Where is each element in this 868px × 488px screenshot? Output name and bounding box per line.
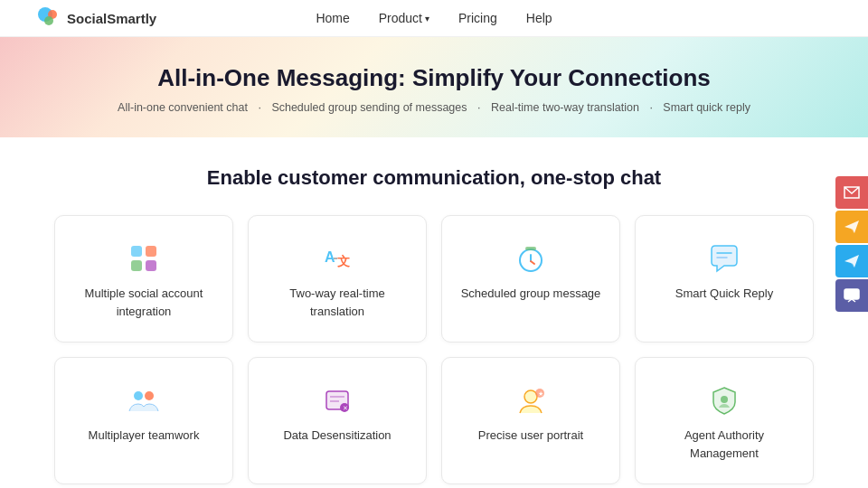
team-icon bbox=[127, 383, 161, 418]
svg-point-17 bbox=[145, 391, 154, 400]
card-label: Multiplayer teamwork bbox=[89, 427, 200, 445]
float-telegram-blue-button[interactable] bbox=[835, 245, 868, 277]
svg-rect-4 bbox=[146, 246, 156, 257]
features-section: Enable customer communication, one-stop … bbox=[0, 137, 868, 488]
nav-product[interactable]: Product ▾ bbox=[379, 11, 429, 25]
card-user-portrait[interactable]: ★ Precise user portrait bbox=[441, 357, 620, 484]
logo-text: SocialSmartly bbox=[67, 11, 156, 26]
card-social-account[interactable]: Multiple social account integration bbox=[54, 215, 233, 343]
card-label: Data Desensitization bbox=[283, 427, 391, 445]
card-label: Agent Authority Management bbox=[650, 427, 798, 462]
card-label: Smart Quick Reply bbox=[675, 285, 773, 303]
authority-icon bbox=[707, 383, 741, 418]
reply-icon bbox=[707, 241, 741, 276]
nav-help[interactable]: Help bbox=[526, 11, 552, 25]
logo[interactable]: SocialSmartly bbox=[36, 5, 156, 31]
grid-icon bbox=[127, 241, 161, 276]
svg-rect-5 bbox=[131, 260, 142, 271]
svg-point-26 bbox=[721, 396, 728, 403]
svg-text:★: ★ bbox=[538, 390, 543, 397]
portrait-icon: ★ bbox=[514, 383, 548, 418]
float-email-button[interactable] bbox=[835, 176, 868, 209]
svg-rect-6 bbox=[146, 260, 156, 271]
floating-buttons bbox=[835, 176, 868, 312]
card-label: Multiple social account integration bbox=[70, 285, 218, 320]
svg-line-12 bbox=[531, 261, 534, 264]
card-scheduled-message[interactable]: Scheduled group message bbox=[441, 215, 620, 343]
svg-point-2 bbox=[44, 16, 53, 25]
card-quick-reply[interactable]: Smart Quick Reply bbox=[635, 215, 814, 343]
svg-rect-27 bbox=[844, 289, 859, 299]
hero-subtitle: All-in-one convenient chat · Scheduled g… bbox=[18, 101, 850, 114]
card-authority[interactable]: Agent Authority Management bbox=[635, 357, 814, 484]
card-label: Precise user portrait bbox=[478, 427, 583, 445]
svg-point-16 bbox=[134, 391, 143, 400]
nav-home[interactable]: Home bbox=[316, 11, 349, 25]
float-telegram-gold-button[interactable] bbox=[835, 211, 868, 243]
hero-title: All-in-One Messaging: Simplify Your Conn… bbox=[18, 64, 850, 92]
svg-text:A: A bbox=[325, 249, 335, 265]
data-icon: ✕ bbox=[320, 383, 354, 418]
chevron-down-icon: ▾ bbox=[425, 14, 429, 23]
svg-text:✕: ✕ bbox=[343, 405, 348, 411]
card-teamwork[interactable]: Multiplayer teamwork bbox=[54, 357, 233, 484]
hero-banner: All-in-One Messaging: Simplify Your Conn… bbox=[0, 37, 868, 137]
nav-links: Home Product ▾ Pricing Help bbox=[316, 11, 552, 25]
float-message-button[interactable] bbox=[835, 279, 868, 312]
svg-point-23 bbox=[524, 390, 537, 403]
section-title: Enable customer communication, one-stop … bbox=[54, 166, 814, 190]
card-desensitization[interactable]: ✕ Data Desensitization bbox=[248, 357, 427, 484]
nav-pricing[interactable]: Pricing bbox=[458, 11, 497, 25]
cards-row-2: Multiplayer teamwork ✕ Data Desensitizat… bbox=[54, 357, 814, 484]
schedule-icon bbox=[514, 241, 548, 276]
card-label: Two-way real-time translation bbox=[263, 285, 411, 320]
card-translation[interactable]: A 文 Two-way real-time translation bbox=[248, 215, 427, 343]
cards-row-1: Multiple social account integration A 文 … bbox=[54, 215, 814, 343]
card-label: Scheduled group message bbox=[461, 285, 601, 303]
svg-rect-3 bbox=[131, 246, 142, 257]
svg-rect-13 bbox=[525, 247, 536, 250]
translate-icon: A 文 bbox=[320, 241, 354, 276]
navbar: SocialSmartly Home Product ▾ Pricing Hel… bbox=[0, 0, 868, 37]
svg-text:文: 文 bbox=[337, 254, 350, 268]
